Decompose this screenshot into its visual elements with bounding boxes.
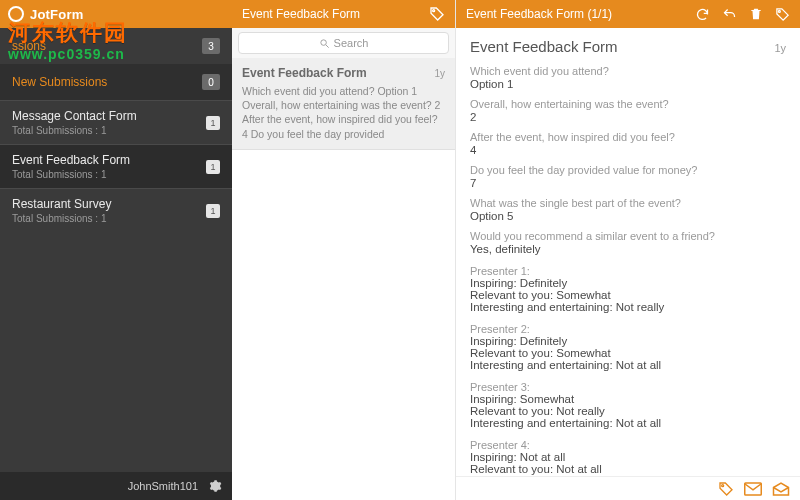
submission-list-column: Event Feedback Form Search Event Feedbac… (232, 0, 456, 500)
presenter-line: Relevant to you: Not at all (470, 463, 786, 475)
sidebar-footer: JohnSmith101 (0, 472, 232, 500)
answer-value: 2 (470, 111, 786, 123)
tag-action-icon[interactable] (775, 7, 790, 22)
sidebar-tag-label: New Submissions (12, 75, 107, 89)
answer-value: 4 (470, 144, 786, 156)
presenter-line: Relevant to you: Not really (470, 405, 786, 417)
presenter-group: Presenter 1: Inspiring: Definitely Relev… (470, 265, 786, 313)
detail-topbar-title: Event Feedback Form (1/1) (466, 7, 612, 21)
presenter-head: Presenter 1: (470, 265, 786, 277)
presenter-line: Interesting and entertaining: Not at all (470, 359, 786, 371)
detail-bottom-bar (456, 476, 800, 500)
presenter-line: Inspiring: Somewhat (470, 393, 786, 405)
app-root: JotForm 河东软件园 www.pc0359.cn ssions 3 New… (0, 0, 800, 500)
question-label: Would you recommend a similar event to a… (470, 230, 786, 242)
qa-block: Which event did you attend? Option 1 Ove… (470, 65, 786, 255)
submission-card[interactable]: Event Feedback Form 1y Which event did y… (232, 58, 455, 150)
presenter-head: Presenter 4: (470, 439, 786, 451)
refresh-icon[interactable] (695, 7, 710, 22)
answer-value: 7 (470, 177, 786, 189)
detail-title: Event Feedback Form (470, 38, 618, 55)
answer-value: Option 5 (470, 210, 786, 222)
sidebar-tag-new-submissions[interactable]: New Submissions 0 (0, 64, 232, 100)
sidebar-form-event-feedback[interactable]: Event Feedback Form Total Submissions : … (0, 144, 232, 188)
presenter-head: Presenter 2: (470, 323, 786, 335)
detail-topbar: Event Feedback Form (1/1) (456, 0, 800, 28)
sidebar: JotForm 河东软件园 www.pc0359.cn ssions 3 New… (0, 0, 232, 500)
submission-card-age: 1y (434, 68, 445, 79)
submission-card-preview: Which event did you attend? Option 1 Ove… (242, 84, 445, 141)
mail-icon[interactable] (744, 482, 762, 496)
presenter-group: Presenter 2: Inspiring: Definitely Relev… (470, 323, 786, 371)
answer-value: Yes, definitely (470, 243, 786, 255)
presenter-line: Interesting and entertaining: Not really (470, 301, 786, 313)
question-label: After the event, how inspired did you fe… (470, 131, 786, 143)
search-icon (319, 38, 330, 49)
presenter-line: Interesting and entertaining: Not at all (470, 417, 786, 429)
search-input[interactable]: Search (238, 32, 449, 54)
question-label: Overall, how entertaining was the event? (470, 98, 786, 110)
gear-icon[interactable] (208, 479, 222, 493)
form-name: Message Contact Form (12, 109, 137, 123)
list-topbar-title: Event Feedback Form (242, 7, 360, 21)
presenter-line: Inspiring: Not at all (470, 451, 786, 463)
question-label: Which event did you attend? (470, 65, 786, 77)
sidebar-tag-label: ssions (12, 39, 46, 53)
form-badge: 1 (206, 204, 220, 218)
sidebar-spacer (0, 232, 232, 472)
form-subtext: Total Submissions : 1 (12, 169, 130, 180)
detail-topbar-actions (695, 7, 790, 22)
form-subtext: Total Submissions : 1 (12, 125, 137, 136)
sidebar-form-message-contact[interactable]: Message Contact Form Total Submissions :… (0, 100, 232, 144)
brand-logo-icon (8, 6, 24, 22)
svg-line-2 (325, 44, 328, 47)
tag-icon[interactable] (429, 6, 445, 22)
mail-open-icon[interactable] (772, 481, 790, 497)
search-placeholder: Search (334, 37, 369, 49)
trash-icon[interactable] (749, 7, 763, 21)
presenter-line: Relevant to you: Somewhat (470, 347, 786, 359)
detail-body[interactable]: Event Feedback Form 1y Which event did y… (456, 28, 800, 500)
form-name: Event Feedback Form (12, 153, 130, 167)
question-label: Do you feel the day provided value for m… (470, 164, 786, 176)
submission-count-badge: 0 (202, 74, 220, 90)
presenter-group: Presenter 3: Inspiring: Somewhat Relevan… (470, 381, 786, 429)
svg-point-1 (320, 39, 326, 45)
list-empty-area (232, 150, 455, 500)
list-topbar: Event Feedback Form (232, 0, 455, 28)
submission-detail-column: Event Feedback Form (1/1) Event Feedback… (456, 0, 800, 500)
presenter-line: Inspiring: Definitely (470, 335, 786, 347)
question-label: What was the single best part of the eve… (470, 197, 786, 209)
svg-point-0 (433, 10, 435, 12)
form-subtext: Total Submissions : 1 (12, 213, 111, 224)
presenter-head: Presenter 3: (470, 381, 786, 393)
presenter-line: Relevant to you: Somewhat (470, 289, 786, 301)
bottom-tag-icon[interactable] (718, 481, 734, 497)
submission-count-badge: 3 (202, 38, 220, 54)
reply-icon[interactable] (722, 7, 737, 22)
brand-bar: JotForm (0, 0, 232, 28)
brand-name: JotForm (30, 7, 83, 22)
presenter-line: Inspiring: Definitely (470, 277, 786, 289)
username-label: JohnSmith101 (128, 480, 198, 492)
sidebar-form-restaurant-survey[interactable]: Restaurant Survey Total Submissions : 1 … (0, 188, 232, 232)
form-badge: 1 (206, 116, 220, 130)
submission-card-title: Event Feedback Form (242, 66, 367, 80)
form-name: Restaurant Survey (12, 197, 111, 211)
form-badge: 1 (206, 160, 220, 174)
svg-point-3 (778, 10, 780, 12)
detail-age: 1y (774, 42, 786, 54)
answer-value: Option 1 (470, 78, 786, 90)
svg-point-4 (722, 484, 724, 486)
sidebar-tag-all-submissions[interactable]: ssions 3 (0, 28, 232, 64)
